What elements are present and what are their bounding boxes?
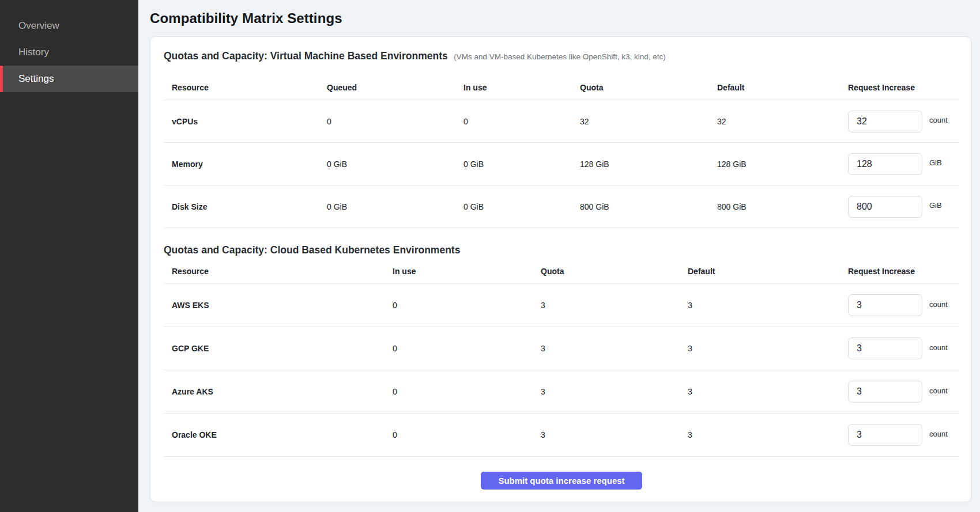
vm-section-subtitle: (VMs and VM-based Kubernetes like OpenSh…	[454, 52, 666, 61]
sidebar-item-history[interactable]: History	[0, 39, 138, 66]
unit-label: count	[929, 386, 948, 395]
queued-value: 0 GiB	[327, 202, 463, 211]
quota-value: 128 GiB	[580, 160, 717, 169]
main-content: Compatibility Matrix Settings Quotas and…	[138, 0, 980, 512]
table-row-azure-aks: Azure AKS 0 3 3 count	[164, 370, 959, 414]
resource-name: Disk Size	[164, 202, 327, 211]
page-title: Compatibility Matrix Settings	[150, 10, 971, 26]
sidebar: Overview History Settings	[0, 0, 138, 512]
default-value: 32	[717, 117, 848, 126]
resource-name: Oracle OKE	[164, 430, 393, 439]
card-footer: Submit quota increase request	[164, 457, 959, 502]
resource-name: Memory	[164, 160, 327, 169]
cloud-section-header: Quotas and Capacity: Cloud Based Kuberne…	[164, 244, 959, 256]
column-header-quota: Quota	[580, 83, 717, 92]
sidebar-item-label: Settings	[18, 73, 54, 85]
quota-value: 3	[541, 344, 688, 353]
cloud-quota-table: Resource In use Quota Default Request In…	[164, 259, 959, 457]
cloud-section-title: Quotas and Capacity: Cloud Based Kuberne…	[164, 244, 460, 256]
default-value: 3	[688, 430, 848, 439]
queued-value: 0 GiB	[327, 160, 463, 169]
sidebar-item-label: Overview	[18, 20, 59, 32]
request-increase-cell: count	[848, 337, 959, 359]
column-header-resource: Resource	[164, 267, 393, 276]
disk-size-request-input[interactable]	[848, 196, 922, 218]
column-header-in-use: In use	[393, 267, 541, 276]
in-use-value: 0	[393, 344, 541, 353]
table-row-gcp-gke: GCP GKE 0 3 3 count	[164, 327, 959, 370]
request-increase-cell: count	[848, 294, 959, 316]
aws-eks-request-input[interactable]	[848, 294, 922, 316]
quota-value: 3	[541, 387, 688, 396]
memory-request-input[interactable]	[848, 153, 922, 175]
table-row-vcpus: vCPUs 0 0 32 32 count	[164, 100, 959, 143]
quota-settings-card: Quotas and Capacity: Virtual Machine Bas…	[150, 36, 971, 502]
table-header-row: Resource In use Quota Default Request In…	[164, 259, 959, 284]
table-header-row: Resource Queued In use Quota Default Req…	[164, 75, 959, 100]
column-header-resource: Resource	[164, 83, 327, 92]
column-header-request-increase: Request Increase	[848, 267, 959, 276]
column-header-in-use: In use	[463, 83, 580, 92]
in-use-value: 0	[393, 301, 541, 310]
table-row-memory: Memory 0 GiB 0 GiB 128 GiB 128 GiB GiB	[164, 143, 959, 185]
vm-section-title: Quotas and Capacity: Virtual Machine Bas…	[164, 50, 448, 62]
request-increase-cell: GiB	[848, 153, 959, 175]
request-increase-cell: count	[848, 111, 959, 132]
in-use-value: 0	[463, 117, 580, 126]
default-value: 3	[688, 301, 848, 310]
queued-value: 0	[327, 117, 463, 126]
request-increase-cell: count	[848, 381, 959, 403]
resource-name: Azure AKS	[164, 387, 393, 396]
quota-value: 3	[541, 301, 688, 310]
column-header-quota: Quota	[541, 267, 688, 276]
column-header-queued: Queued	[327, 83, 463, 92]
column-header-request-increase: Request Increase	[848, 83, 959, 92]
unit-label: GiB	[929, 158, 942, 167]
table-row-aws-eks: AWS EKS 0 3 3 count	[164, 284, 959, 327]
quota-value: 800 GiB	[580, 202, 717, 211]
quota-value: 32	[580, 117, 717, 126]
unit-label: count	[929, 300, 948, 309]
request-increase-cell: GiB	[848, 196, 959, 218]
default-value: 800 GiB	[717, 202, 848, 211]
column-header-default: Default	[717, 83, 848, 92]
unit-label: count	[929, 430, 948, 438]
submit-quota-increase-button[interactable]: Submit quota increase request	[481, 472, 642, 490]
table-row-disk-size: Disk Size 0 GiB 0 GiB 800 GiB 800 GiB Gi…	[164, 185, 959, 228]
oracle-oke-request-input[interactable]	[848, 424, 922, 446]
column-header-default: Default	[688, 267, 848, 276]
resource-name: vCPUs	[164, 117, 327, 126]
unit-label: count	[929, 343, 948, 352]
resource-name: AWS EKS	[164, 301, 393, 310]
vm-section-header: Quotas and Capacity: Virtual Machine Bas…	[164, 50, 959, 63]
unit-label: count	[929, 116, 948, 124]
in-use-value: 0	[393, 387, 541, 396]
sidebar-item-settings[interactable]: Settings	[0, 66, 138, 92]
unit-label: GiB	[929, 201, 942, 210]
in-use-value: 0 GiB	[463, 160, 580, 169]
default-value: 3	[688, 387, 848, 396]
quota-value: 3	[541, 430, 688, 439]
resource-name: GCP GKE	[164, 344, 393, 353]
sidebar-item-label: History	[18, 47, 49, 58]
request-increase-cell: count	[848, 424, 959, 446]
sidebar-item-overview[interactable]: Overview	[0, 13, 138, 39]
gcp-gke-request-input[interactable]	[848, 337, 922, 359]
in-use-value: 0 GiB	[463, 202, 580, 211]
azure-aks-request-input[interactable]	[848, 381, 922, 403]
table-row-oracle-oke: Oracle OKE 0 3 3 count	[164, 414, 959, 457]
vcpus-request-input[interactable]	[848, 111, 922, 132]
in-use-value: 0	[393, 430, 541, 439]
default-value: 128 GiB	[717, 160, 848, 169]
vm-quota-table: Resource Queued In use Quota Default Req…	[164, 75, 959, 228]
default-value: 3	[688, 344, 848, 353]
